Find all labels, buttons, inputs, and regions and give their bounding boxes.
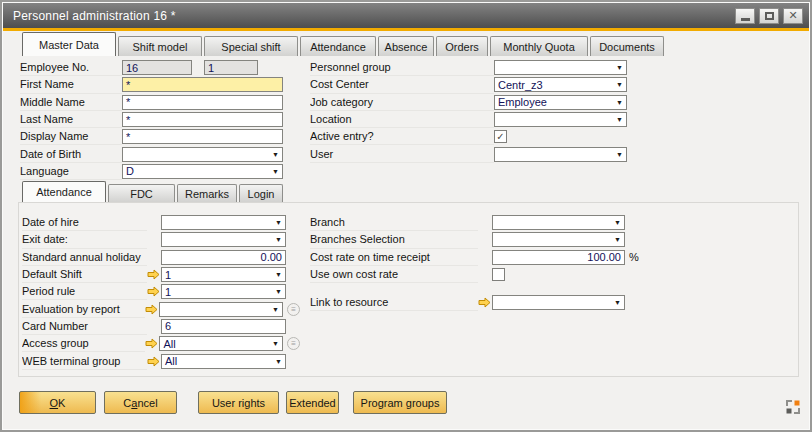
window-controls: ✕ bbox=[731, 8, 803, 24]
link-arrow-icon[interactable] bbox=[478, 297, 491, 308]
default-shift-dropdown[interactable]: 1▼ bbox=[161, 267, 286, 282]
link-arrow-icon[interactable] bbox=[145, 338, 158, 349]
outer-tab-strip: Master Data Shift model Special shift At… bbox=[22, 32, 666, 56]
language-label: Language bbox=[20, 163, 122, 180]
first-name-field[interactable]: * bbox=[122, 77, 283, 92]
job-category-label: Job category bbox=[310, 94, 494, 111]
job-category-dropdown[interactable]: Employee▼ bbox=[494, 95, 627, 110]
expand-options-button[interactable]: ≡ bbox=[287, 337, 300, 350]
cost-rate-field[interactable]: 100.00 bbox=[492, 250, 625, 265]
date-of-hire-dropdown[interactable]: ▼ bbox=[161, 215, 286, 230]
branches-selection-label: Branches Selection bbox=[310, 231, 478, 248]
display-name-field[interactable]: * bbox=[122, 129, 283, 144]
evaluation-by-report-label: Evaluation by report bbox=[22, 300, 145, 317]
default-shift-label: Default Shift bbox=[22, 266, 147, 283]
tab-shift-model[interactable]: Shift model bbox=[118, 36, 202, 56]
personnel-group-dropdown[interactable]: ▼ bbox=[494, 60, 627, 75]
tab-master-data[interactable]: Master Data bbox=[22, 32, 116, 56]
close-button[interactable]: ✕ bbox=[783, 8, 803, 24]
branch-label: Branch bbox=[310, 214, 478, 231]
card-number-label: Card Number bbox=[22, 318, 147, 335]
tab-special-shift[interactable]: Special shift bbox=[204, 36, 298, 56]
user-rights-button[interactable]: User rights bbox=[198, 391, 279, 414]
chevron-down-icon: ▼ bbox=[616, 81, 623, 88]
chevron-down-icon: ▼ bbox=[272, 151, 279, 158]
default-shift-row: Default Shift 1▼ bbox=[22, 266, 300, 283]
employee-no-field[interactable]: 16 bbox=[122, 60, 192, 75]
exit-date-dropdown[interactable]: ▼ bbox=[161, 232, 286, 247]
percent-suffix: % bbox=[629, 251, 639, 263]
user-dropdown[interactable]: ▼ bbox=[494, 147, 627, 162]
cost-center-dropdown[interactable]: Centr_z3▼ bbox=[494, 77, 627, 92]
chevron-down-icon: ▼ bbox=[614, 299, 621, 306]
ok-button[interactable]: OK bbox=[19, 391, 96, 414]
location-row: Location ▼ bbox=[310, 111, 628, 128]
cancel-button[interactable]: Cancel bbox=[104, 391, 177, 414]
window-title: Personnel administration 16 * bbox=[13, 9, 176, 23]
language-dropdown[interactable]: D▼ bbox=[122, 164, 283, 179]
tab-login[interactable]: Login bbox=[239, 184, 283, 202]
employee-no-sequence-field[interactable]: 1 bbox=[204, 60, 258, 75]
use-own-cost-rate-label: Use own cost rate bbox=[310, 266, 478, 283]
program-groups-button[interactable]: Program groups bbox=[353, 391, 447, 414]
tab-remarks[interactable]: Remarks bbox=[177, 184, 237, 202]
tab-documents[interactable]: Documents bbox=[590, 36, 664, 56]
date-of-hire-label: Date of hire bbox=[22, 214, 147, 231]
minimize-button[interactable] bbox=[735, 8, 755, 24]
link-to-resource-row: Link to resource ▼ bbox=[310, 294, 650, 311]
evaluation-by-report-dropdown[interactable]: ▼ bbox=[159, 302, 283, 317]
tab-orders[interactable]: Orders bbox=[436, 36, 488, 56]
branch-dropdown[interactable]: ▼ bbox=[492, 215, 625, 230]
chevron-down-icon: ▼ bbox=[275, 358, 282, 365]
link-arrow-icon[interactable] bbox=[147, 356, 160, 367]
expand-options-button[interactable]: ≡ bbox=[287, 303, 300, 316]
web-terminal-group-dropdown[interactable]: All▼ bbox=[161, 354, 286, 369]
attendance-right-form: Branch ▼ Branches Selection ▼ Cost rate … bbox=[310, 214, 650, 311]
tab-absence[interactable]: Absence bbox=[378, 36, 434, 56]
maximize-button[interactable] bbox=[759, 8, 779, 24]
language-row: Language D▼ bbox=[20, 163, 283, 180]
tab-fdc[interactable]: FDC bbox=[108, 184, 175, 202]
branches-selection-dropdown[interactable]: ▼ bbox=[492, 232, 625, 247]
tab-label: Attendance bbox=[36, 186, 92, 198]
user-row: User ▼ bbox=[310, 145, 628, 162]
location-dropdown[interactable]: ▼ bbox=[494, 112, 627, 127]
expand-window-icon[interactable] bbox=[784, 398, 802, 416]
tab-attendance-inner[interactable]: Attendance bbox=[22, 181, 106, 202]
middle-name-field[interactable]: * bbox=[122, 95, 283, 110]
access-group-label: Access group bbox=[22, 335, 145, 352]
chevron-down-icon: ▼ bbox=[616, 116, 623, 123]
chevron-down-icon: ▼ bbox=[616, 64, 623, 71]
extended-button[interactable]: Extended bbox=[286, 391, 339, 414]
maximize-icon bbox=[765, 12, 774, 20]
active-entry-checkbox[interactable]: ✓ bbox=[494, 130, 507, 143]
date-of-birth-row: Date of Birth ▼ bbox=[20, 145, 283, 162]
use-own-cost-rate-row: Use own cost rate bbox=[310, 266, 650, 283]
link-to-resource-dropdown[interactable]: ▼ bbox=[492, 295, 625, 310]
standard-annual-holiday-label: Standard annual holiday bbox=[22, 249, 147, 266]
tab-label: Login bbox=[248, 188, 275, 200]
link-arrow-icon[interactable] bbox=[145, 304, 158, 315]
active-entry-row: Active entry? ✓ bbox=[310, 128, 628, 145]
date-of-hire-row: Date of hire ▼ bbox=[22, 214, 300, 231]
window-titlebar[interactable]: Personnel administration 16 * ✕ bbox=[3, 3, 809, 28]
card-number-field[interactable]: 6 bbox=[161, 319, 286, 334]
period-rule-dropdown[interactable]: 1▼ bbox=[161, 284, 286, 299]
date-of-birth-label: Date of Birth bbox=[20, 145, 122, 162]
job-category-row: Job category Employee▼ bbox=[310, 94, 628, 111]
standard-annual-holiday-field[interactable]: 0.00 bbox=[161, 250, 286, 265]
last-name-field[interactable]: * bbox=[122, 112, 283, 127]
link-arrow-icon[interactable] bbox=[147, 269, 160, 280]
cost-center-label: Cost Center bbox=[310, 76, 494, 93]
link-arrow-icon[interactable] bbox=[147, 286, 160, 297]
chevron-down-icon: ▼ bbox=[272, 168, 279, 175]
use-own-cost-rate-checkbox[interactable] bbox=[492, 268, 505, 281]
branch-row: Branch ▼ bbox=[310, 214, 650, 231]
display-name-row: Display Name * bbox=[20, 128, 283, 145]
tab-monthly-quota[interactable]: Monthly Quota bbox=[490, 36, 588, 56]
date-of-birth-dropdown[interactable]: ▼ bbox=[122, 147, 283, 162]
tab-label: Documents bbox=[599, 41, 655, 53]
access-group-dropdown[interactable]: All▼ bbox=[159, 336, 283, 351]
tab-attendance[interactable]: Attendance bbox=[300, 36, 376, 56]
chevron-down-icon: ▼ bbox=[275, 288, 282, 295]
